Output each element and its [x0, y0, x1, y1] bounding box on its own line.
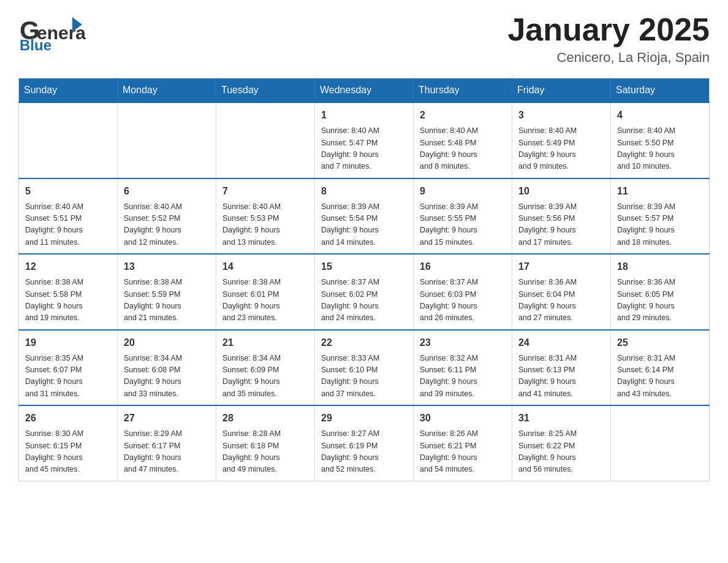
calendar-cell: 15Sunrise: 8:37 AM Sunset: 6:02 PM Dayli… — [315, 254, 414, 330]
calendar-cell: 26Sunrise: 8:30 AM Sunset: 6:15 PM Dayli… — [19, 405, 118, 481]
day-number: 30 — [420, 411, 506, 426]
calendar-cell: 8Sunrise: 8:39 AM Sunset: 5:54 PM Daylig… — [315, 178, 414, 255]
day-info: Sunrise: 8:32 AM Sunset: 6:11 PM Dayligh… — [420, 353, 506, 400]
day-header-row: SundayMondayTuesdayWednesdayThursdayFrid… — [19, 79, 710, 103]
calendar-cell: 29Sunrise: 8:27 AM Sunset: 6:19 PM Dayli… — [315, 405, 414, 481]
day-number: 20 — [124, 335, 210, 350]
day-info: Sunrise: 8:40 AM Sunset: 5:49 PM Dayligh… — [518, 125, 604, 173]
calendar-cell — [216, 102, 315, 178]
calendar-cell: 27Sunrise: 8:29 AM Sunset: 6:17 PM Dayli… — [118, 405, 216, 481]
day-info: Sunrise: 8:39 AM Sunset: 5:57 PM Dayligh… — [617, 201, 703, 249]
calendar-cell: 1Sunrise: 8:40 AM Sunset: 5:47 PM Daylig… — [315, 102, 414, 178]
day-info: Sunrise: 8:27 AM Sunset: 6:19 PM Dayligh… — [321, 428, 407, 476]
calendar-cell: 21Sunrise: 8:34 AM Sunset: 6:09 PM Dayli… — [216, 330, 315, 406]
day-info: Sunrise: 8:25 AM Sunset: 6:22 PM Dayligh… — [518, 428, 604, 476]
calendar-cell: 10Sunrise: 8:39 AM Sunset: 5:56 PM Dayli… — [512, 178, 611, 255]
day-info: Sunrise: 8:39 AM Sunset: 5:55 PM Dayligh… — [420, 201, 506, 249]
calendar-cell — [611, 405, 710, 481]
day-info: Sunrise: 8:29 AM Sunset: 6:17 PM Dayligh… — [124, 428, 210, 476]
day-header-friday: Friday — [512, 79, 611, 103]
calendar-cell: 31Sunrise: 8:25 AM Sunset: 6:22 PM Dayli… — [512, 405, 611, 481]
day-info: Sunrise: 8:40 AM Sunset: 5:51 PM Dayligh… — [25, 201, 111, 249]
day-number: 11 — [617, 184, 703, 199]
day-number: 5 — [25, 184, 111, 199]
page-header: G eneral Blue January 2025 Cenicero, La … — [18, 12, 710, 66]
day-number: 6 — [124, 184, 210, 199]
calendar-cell: 17Sunrise: 8:36 AM Sunset: 6:04 PM Dayli… — [512, 254, 611, 330]
calendar-cell: 28Sunrise: 8:28 AM Sunset: 6:18 PM Dayli… — [216, 405, 315, 481]
day-number: 16 — [420, 259, 506, 274]
day-header-sunday: Sunday — [19, 79, 118, 103]
calendar-subtitle: Cenicero, La Rioja, Spain — [507, 50, 710, 66]
day-header-monday: Monday — [118, 79, 216, 103]
logo: G eneral Blue — [18, 12, 86, 52]
calendar-cell: 20Sunrise: 8:34 AM Sunset: 6:08 PM Dayli… — [118, 330, 216, 406]
day-info: Sunrise: 8:28 AM Sunset: 6:18 PM Dayligh… — [222, 428, 308, 476]
week-row-3: 19Sunrise: 8:35 AM Sunset: 6:07 PM Dayli… — [19, 330, 710, 406]
day-info: Sunrise: 8:36 AM Sunset: 6:05 PM Dayligh… — [617, 277, 703, 324]
day-info: Sunrise: 8:38 AM Sunset: 5:58 PM Dayligh… — [25, 277, 111, 324]
calendar-title: January 2025 — [507, 12, 710, 47]
calendar-cell: 25Sunrise: 8:31 AM Sunset: 6:14 PM Dayli… — [611, 330, 710, 406]
week-row-2: 12Sunrise: 8:38 AM Sunset: 5:58 PM Dayli… — [19, 254, 710, 330]
week-row-0: 1Sunrise: 8:40 AM Sunset: 5:47 PM Daylig… — [19, 102, 710, 178]
day-info: Sunrise: 8:37 AM Sunset: 6:03 PM Dayligh… — [420, 277, 506, 324]
day-number: 4 — [617, 108, 703, 123]
day-number: 17 — [518, 259, 604, 274]
day-info: Sunrise: 8:39 AM Sunset: 5:56 PM Dayligh… — [518, 201, 604, 249]
calendar-cell: 2Sunrise: 8:40 AM Sunset: 5:48 PM Daylig… — [414, 102, 512, 178]
day-number: 22 — [321, 335, 407, 350]
calendar-cell: 18Sunrise: 8:36 AM Sunset: 6:05 PM Dayli… — [611, 254, 710, 330]
calendar-body: 1Sunrise: 8:40 AM Sunset: 5:47 PM Daylig… — [19, 102, 710, 481]
day-number: 19 — [25, 335, 111, 350]
day-number: 24 — [518, 335, 604, 350]
day-header-saturday: Saturday — [611, 79, 710, 103]
day-info: Sunrise: 8:40 AM Sunset: 5:47 PM Dayligh… — [321, 125, 407, 173]
calendar-cell: 9Sunrise: 8:39 AM Sunset: 5:55 PM Daylig… — [414, 178, 512, 255]
day-info: Sunrise: 8:38 AM Sunset: 5:59 PM Dayligh… — [124, 277, 210, 324]
calendar-cell: 19Sunrise: 8:35 AM Sunset: 6:07 PM Dayli… — [19, 330, 118, 406]
day-number: 28 — [222, 411, 308, 426]
day-header-thursday: Thursday — [414, 79, 512, 103]
calendar-table: SundayMondayTuesdayWednesdayThursdayFrid… — [18, 78, 710, 481]
day-info: Sunrise: 8:33 AM Sunset: 6:10 PM Dayligh… — [321, 353, 407, 400]
logo-svg: G eneral Blue — [18, 12, 86, 52]
calendar-cell: 30Sunrise: 8:26 AM Sunset: 6:21 PM Dayli… — [414, 405, 512, 481]
day-number: 14 — [222, 259, 308, 274]
calendar-cell: 6Sunrise: 8:40 AM Sunset: 5:52 PM Daylig… — [118, 178, 216, 255]
day-info: Sunrise: 8:31 AM Sunset: 6:13 PM Dayligh… — [518, 353, 604, 400]
day-number: 21 — [222, 335, 308, 350]
day-info: Sunrise: 8:40 AM Sunset: 5:52 PM Dayligh… — [124, 201, 210, 249]
day-number: 31 — [518, 411, 604, 426]
week-row-1: 5Sunrise: 8:40 AM Sunset: 5:51 PM Daylig… — [19, 178, 710, 255]
day-number: 8 — [321, 184, 407, 199]
svg-text:Blue: Blue — [20, 37, 51, 52]
calendar-cell — [118, 102, 216, 178]
calendar-cell: 13Sunrise: 8:38 AM Sunset: 5:59 PM Dayli… — [118, 254, 216, 330]
day-info: Sunrise: 8:35 AM Sunset: 6:07 PM Dayligh… — [25, 353, 111, 400]
day-header-wednesday: Wednesday — [315, 79, 414, 103]
day-info: Sunrise: 8:34 AM Sunset: 6:09 PM Dayligh… — [222, 353, 308, 400]
day-info: Sunrise: 8:40 AM Sunset: 5:50 PM Dayligh… — [617, 125, 703, 173]
day-info: Sunrise: 8:38 AM Sunset: 6:01 PM Dayligh… — [222, 277, 308, 324]
day-number: 3 — [518, 108, 604, 123]
title-block: January 2025 Cenicero, La Rioja, Spain — [507, 12, 710, 66]
calendar-cell: 16Sunrise: 8:37 AM Sunset: 6:03 PM Dayli… — [414, 254, 512, 330]
calendar-cell: 14Sunrise: 8:38 AM Sunset: 6:01 PM Dayli… — [216, 254, 315, 330]
calendar-cell: 24Sunrise: 8:31 AM Sunset: 6:13 PM Dayli… — [512, 330, 611, 406]
day-number: 29 — [321, 411, 407, 426]
calendar-cell — [19, 102, 118, 178]
calendar-header: SundayMondayTuesdayWednesdayThursdayFrid… — [19, 79, 710, 103]
day-number: 10 — [518, 184, 604, 199]
calendar-cell: 23Sunrise: 8:32 AM Sunset: 6:11 PM Dayli… — [414, 330, 512, 406]
calendar-cell: 11Sunrise: 8:39 AM Sunset: 5:57 PM Dayli… — [611, 178, 710, 255]
day-number: 7 — [222, 184, 308, 199]
day-number: 26 — [25, 411, 111, 426]
calendar-cell: 22Sunrise: 8:33 AM Sunset: 6:10 PM Dayli… — [315, 330, 414, 406]
day-number: 13 — [124, 259, 210, 274]
day-number: 27 — [124, 411, 210, 426]
day-info: Sunrise: 8:34 AM Sunset: 6:08 PM Dayligh… — [124, 353, 210, 400]
day-info: Sunrise: 8:31 AM Sunset: 6:14 PM Dayligh… — [617, 353, 703, 400]
day-number: 18 — [617, 259, 703, 274]
day-number: 25 — [617, 335, 703, 350]
